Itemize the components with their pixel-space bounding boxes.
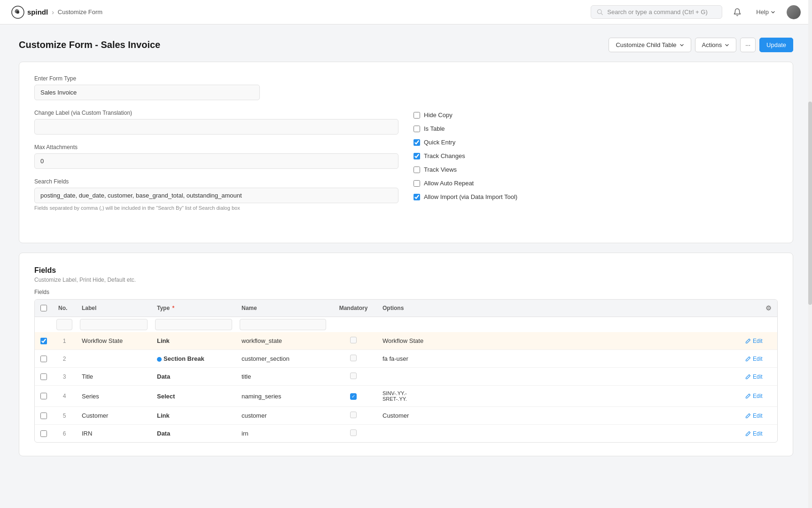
max-attachments-input[interactable] [34,153,398,169]
cell-options: Customer [377,407,740,425]
track_views-label: Track Views [424,166,457,173]
cell-options: SINV-.YY.- SRET-.YY. [377,386,740,407]
customize-child-table-button[interactable]: Customize Child Table [609,38,691,52]
search-fields-group: Search Fields Fields separated by comma … [34,178,398,211]
avatar[interactable] [787,5,801,19]
row-checkbox[interactable] [40,356,47,362]
header-left: spindl › Customize Form [11,6,102,19]
fields-table: No. Label Type * Name Mandatory Options … [35,300,777,442]
cell-type: Link [151,332,236,350]
edit-button[interactable]: Edit [745,373,772,380]
th-actions: ⚙ [740,300,777,317]
cell-type: Data [151,425,236,443]
mandatory-checkbox[interactable] [350,393,357,400]
edit-button[interactable]: Edit [745,393,772,399]
gear-icon[interactable]: ⚙ [765,304,772,312]
cell-mandatory [330,368,377,386]
cell-label: Customer [76,407,151,425]
table-row: 3TitleDatatitle Edit [35,368,777,386]
actions-button[interactable]: Actions [695,38,737,52]
mandatory-checkbox[interactable] [350,373,357,379]
cell-no: 2 [53,350,76,368]
filter-name[interactable] [240,319,326,330]
search-fields-input[interactable] [34,188,398,203]
checkbox-item-allow_import: Allow Import (via Data Import Tool) [414,193,778,200]
filter-label[interactable] [80,319,148,330]
checkbox-group: Hide CopyIs TableQuick EntryTrack Change… [414,110,778,200]
checkbox-item-quick_entry: Quick Entry [414,139,778,146]
change-label-group: Change Label (via Custom Translation) [34,110,398,135]
fields-section-title: Fields [34,266,778,275]
scrollbar-track[interactable] [808,0,812,508]
scrollbar-thumb[interactable] [808,102,812,305]
help-button[interactable]: Help [752,7,779,17]
edit-button[interactable]: Edit [745,356,772,362]
cell-mandatory [330,407,377,425]
fields-label: Fields [34,289,778,295]
filter-no[interactable] [56,319,72,330]
search-fields-label: Search Fields [34,178,398,185]
cell-mandatory [330,350,377,368]
filter-type[interactable] [155,319,232,330]
th-type: Type * [151,300,236,317]
mandatory-checkbox[interactable] [350,355,357,361]
max-attachments-label: Max Attachments [34,144,398,151]
table-row: 4SeriesSelectnaming_seriesSINV-.YY.- SRE… [35,386,777,407]
row-checkbox[interactable] [40,413,47,419]
row-checkbox[interactable] [40,393,47,399]
mandatory-checkbox[interactable] [350,429,357,436]
mandatory-checkbox[interactable] [350,412,357,418]
is_table-label: Is Table [424,125,445,132]
table-filter-row [35,317,777,333]
cell-label: Title [76,368,151,386]
change-label-label: Change Label (via Custom Translation) [34,110,398,116]
checkbox-item-allow_auto_repeat: Allow Auto Repeat [414,180,778,187]
table-row: 6IRNDatairn Edit [35,425,777,443]
cell-label: IRN [76,425,151,443]
page-header: Customize Form - Sales Invoice Customize… [19,38,793,52]
checkbox-item-hide_copy: Hide Copy [414,111,778,119]
edit-button[interactable]: Edit [745,413,772,419]
hide_copy-label: Hide Copy [424,111,453,119]
chevron-down-icon [771,10,775,15]
more-options-button[interactable]: ··· [740,38,756,52]
cell-name: naming_series [236,386,330,407]
mandatory-checkbox[interactable] [350,337,357,343]
row-checkbox[interactable] [40,373,47,380]
track_changes-label: Track Changes [424,152,465,159]
edit-button[interactable]: Edit [745,338,772,344]
row-checkbox[interactable] [40,430,47,437]
global-search[interactable]: Search or type a command (Ctrl + G) [591,5,722,19]
breadcrumb-parent[interactable]: Customize Form [58,8,102,16]
form-left-col: Change Label (via Custom Translation) Ma… [34,110,398,220]
required-indicator: * [172,305,174,311]
update-button[interactable]: Update [759,38,793,52]
edit-button[interactable]: Edit [745,430,772,437]
allow_auto_repeat-checkbox[interactable] [414,180,420,187]
track_changes-checkbox[interactable] [414,153,420,159]
app-logo[interactable]: spindl [11,6,48,19]
form-type-input[interactable] [34,85,260,100]
track_views-checkbox[interactable] [414,167,420,173]
allow_import-checkbox[interactable] [414,194,420,200]
select-all-checkbox[interactable] [40,305,47,311]
search-icon [597,9,603,16]
chevron-down-icon [679,43,684,48]
cell-mandatory [330,386,377,407]
search-placeholder: Search or type a command (Ctrl + G) [607,8,708,16]
is_table-checkbox[interactable] [414,126,420,132]
hide_copy-checkbox[interactable] [414,112,420,119]
breadcrumb-separator: › [52,8,54,16]
cell-type: Select [151,386,236,407]
table-row: 1Workflow StateLinkworkflow_stateWorkflo… [35,332,777,350]
change-label-input[interactable] [34,119,398,135]
cell-no: 6 [53,425,76,443]
cell-options: Workflow State [377,332,740,350]
section-break-dot [157,357,162,362]
row-checkbox[interactable] [40,338,47,344]
cell-no: 4 [53,386,76,407]
fields-table-wrapper: No. Label Type * Name Mandatory Options … [34,299,778,443]
table-row: 2Section Breakcustomer_sectionfa fa-user… [35,350,777,368]
notifications-button[interactable] [730,5,745,20]
quick_entry-checkbox[interactable] [414,139,420,146]
